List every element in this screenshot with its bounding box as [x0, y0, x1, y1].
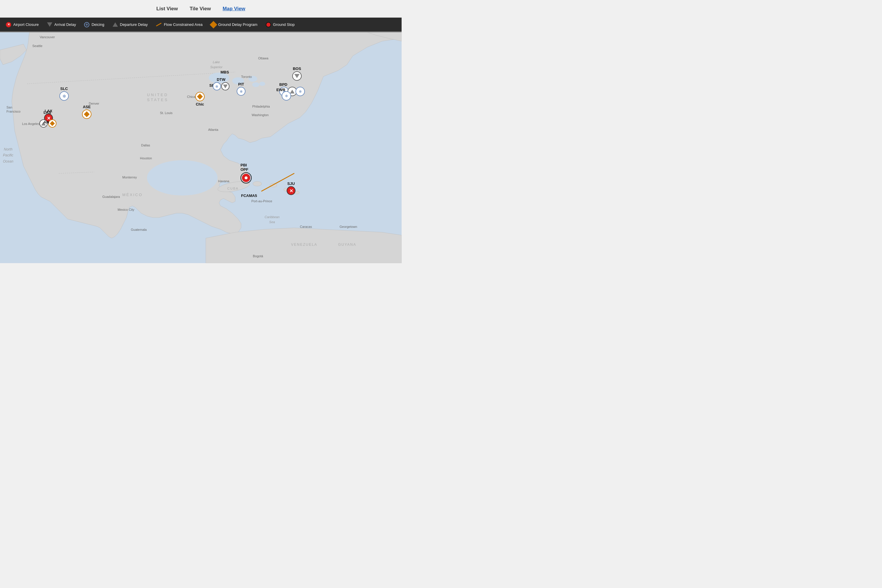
- label-losangeles: Los Angeles: [22, 122, 40, 126]
- airport-SLC[interactable]: SLC ❄: [59, 86, 69, 101]
- deicing-icon: ❄: [84, 22, 89, 27]
- airport-SJU[interactable]: SJU ✕: [286, 182, 296, 195]
- pbi-label: PBI: [240, 163, 252, 167]
- label-vancouver: Vancouver: [40, 35, 55, 39]
- slc-deicing-icon: ❄: [59, 92, 69, 101]
- label-atlanta: Atlanta: [208, 128, 218, 131]
- label-mexico: MÉXICO: [122, 193, 142, 197]
- label-guatemala: Guatemala: [131, 228, 147, 231]
- label-mexicocity: Mexico City: [118, 208, 134, 212]
- label-portauprince: Port-au-Prince: [251, 200, 272, 203]
- ewr-deicing-icon: ❄: [282, 91, 291, 100]
- label-guadalajara: Guadalajara: [102, 195, 120, 198]
- label-havana: Havana: [218, 179, 230, 183]
- bpd-label: BPD: [279, 82, 287, 87]
- label-seattle: Seattle: [32, 44, 42, 48]
- arrival-delay-icon: [47, 22, 52, 27]
- sju-closure-icon: ✕: [286, 186, 296, 195]
- label-monterrey: Monterrey: [122, 176, 137, 179]
- airport-PBI-OPF[interactable]: PBI OPF: [240, 163, 252, 184]
- ase-gdp-icon: [82, 110, 92, 119]
- legend-departure-delay: Departure Delay: [112, 22, 148, 27]
- departure-delay-icon: [112, 22, 118, 27]
- opf-label: OPF: [240, 167, 252, 172]
- airport-DTW[interactable]: DTW ❄: [213, 77, 230, 90]
- label-united: UNITED: [147, 93, 168, 97]
- map-svg: [0, 32, 402, 263]
- airport-FCAMA5-label: FCAMA5: [241, 194, 257, 198]
- airport-MBS-label: MBS: [220, 70, 229, 74]
- label-georgetown: Georgetown: [340, 225, 357, 228]
- label-lakesuperior: LakeSuperior: [210, 60, 222, 69]
- ground-stop-icon: [266, 22, 271, 27]
- svg-point-3: [270, 183, 277, 187]
- airport-closure-icon: ✕: [6, 22, 11, 27]
- label-bogota: Bogotá: [253, 254, 263, 258]
- legend-gdp: Ground Delay Program: [211, 22, 258, 27]
- pit-deicing-icon: ❄: [237, 87, 246, 96]
- map-container[interactable]: Vancouver Seattle SanFrancisco Los Angel…: [0, 32, 402, 263]
- dtw-arrival-icon: [221, 82, 230, 90]
- nyc-deicing2-icon: ❄: [296, 87, 305, 96]
- label-sanfrancisco: SanFrancisco: [6, 105, 21, 114]
- airport-AN-label: AN: [44, 120, 49, 124]
- chi-gdp-icon: [195, 92, 205, 101]
- tab-tile-view[interactable]: Tile View: [190, 6, 211, 12]
- airport-BOS[interactable]: BOS: [292, 66, 302, 81]
- bos-arrival-icon: [292, 72, 302, 81]
- label-ottawa: Ottawa: [258, 57, 268, 60]
- label-caribbean: CaribbeanSea: [265, 214, 280, 224]
- label-caracas: Caracas: [300, 225, 312, 228]
- label-cuba: CUBA: [227, 187, 239, 190]
- legend-deicing: ❄ Deicing: [84, 22, 104, 27]
- legend-airport-closure: ✕ Airport Closure: [6, 22, 39, 27]
- opf-groundstop-icon: [242, 174, 250, 182]
- svg-point-2: [253, 182, 262, 186]
- svg-point-13: [147, 160, 218, 195]
- gdp-icon: [210, 21, 217, 28]
- header: List View Tile View Map View: [0, 0, 402, 18]
- tab-map-view[interactable]: Map View: [222, 6, 245, 12]
- legend-fca: Flow Constrained Area: [156, 22, 202, 27]
- tab-list-view[interactable]: List View: [156, 6, 178, 12]
- label-venezuela: VENEZUELA: [291, 243, 317, 247]
- label-guyana: GUYANA: [338, 243, 356, 247]
- fca-icon: [156, 22, 162, 27]
- airport-ASE[interactable]: ASE: [82, 105, 92, 119]
- airport-CHI[interactable]: Chic: [195, 92, 205, 107]
- an-gdp-icon: [48, 119, 57, 128]
- label-toronto: Toronto: [241, 75, 252, 78]
- dtw-deicing-icon: ❄: [213, 82, 221, 90]
- legend-bar: ✕ Airport Closure Arrival Delay ❄ Deicin…: [0, 18, 402, 32]
- label-states: STATES: [147, 98, 168, 102]
- svg-point-11: [252, 82, 259, 87]
- label-pacific: NorthPacificOcean: [3, 146, 13, 164]
- legend-ground-stop: Ground Stop: [266, 22, 295, 27]
- label-stlouis: St. Louis: [160, 111, 172, 115]
- svg-point-12: [259, 82, 265, 86]
- airport-PIT[interactable]: PIT ❄: [237, 82, 246, 96]
- label-washington: Washington: [252, 113, 269, 117]
- label-houston: Houston: [140, 156, 152, 160]
- legend-arrival-delay: Arrival Delay: [47, 22, 76, 27]
- label-dallas: Dallas: [141, 144, 150, 147]
- label-philadelphia: Philadelphia: [252, 105, 270, 108]
